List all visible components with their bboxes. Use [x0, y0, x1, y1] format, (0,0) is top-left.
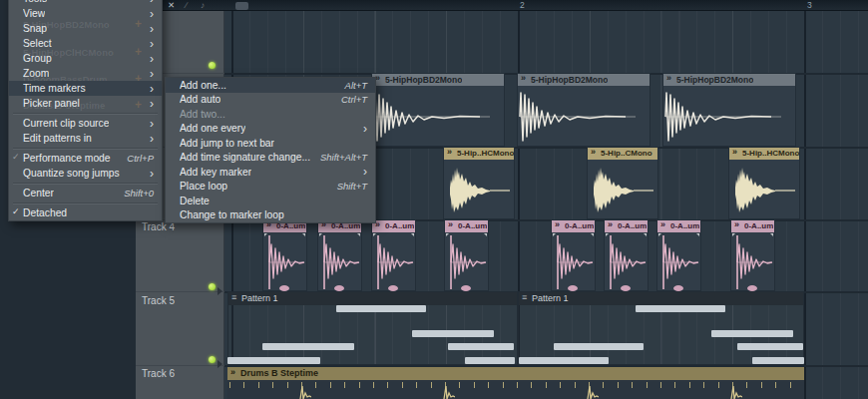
- menu-item-add-jump-to-next-bar[interactable]: Add jump to next bar: [166, 136, 375, 151]
- midi-note[interactable]: [336, 305, 426, 312]
- clip-header[interactable]: »0-A..um: [605, 220, 648, 232]
- menu-item-performance-mode[interactable]: ✓Performance modeCtrl+P: [9, 151, 162, 166]
- audio-clip[interactable]: »0-A..um: [656, 219, 701, 291]
- audio-clip[interactable]: »0-A..um: [317, 219, 362, 291]
- fade-handle-icon[interactable]: [319, 233, 322, 236]
- audio-clip[interactable]: »0-A..um: [444, 219, 489, 291]
- slip-tool-icon[interactable]: ∕: [186, 0, 187, 10]
- fade-handle-icon[interactable]: [373, 233, 376, 236]
- ruler-tab[interactable]: [235, 2, 248, 10]
- audio-clip[interactable]: »0-A..um: [551, 219, 596, 291]
- menu-item-add-key-marker[interactable]: Add key marker›: [166, 165, 375, 180]
- menu-item-add-one-every[interactable]: Add one every›: [166, 122, 375, 137]
- midi-note[interactable]: [465, 357, 515, 364]
- menu-item-delete[interactable]: Delete: [166, 194, 375, 208]
- fade-handle-icon[interactable]: [770, 233, 773, 236]
- track-led[interactable]: [209, 356, 216, 363]
- menu-item-picker-panel[interactable]: Picker panel›: [9, 96, 162, 111]
- midi-note[interactable]: [262, 343, 354, 350]
- clip-header[interactable]: ≡Pattern 1: [228, 292, 517, 305]
- audio-clip-icon: »: [732, 147, 737, 157]
- clip-header[interactable]: »5-Hip..HCMono: [444, 148, 514, 160]
- clip-header[interactable]: »0-A..um: [445, 220, 488, 232]
- fade-handle-icon[interactable]: [696, 233, 699, 236]
- menu-item-time-markers[interactable]: Time markers›: [9, 81, 162, 96]
- clip-header[interactable]: ≡Pattern 1: [519, 292, 803, 305]
- track-led[interactable]: [209, 62, 216, 69]
- menu-item-quantize-song-jumps[interactable]: Quantize song jumps›: [9, 166, 162, 181]
- clip-header[interactable]: »5-HipHopBD2Mono: [372, 74, 504, 86]
- midi-note[interactable]: [752, 357, 804, 364]
- cut-tool-icon[interactable]: ✕: [168, 0, 175, 10]
- menu-item-shortcut: Alt+T: [345, 80, 367, 91]
- fade-handle-icon[interactable]: [484, 233, 487, 236]
- menu-item-current-clip-source[interactable]: Current clip source›: [9, 116, 162, 131]
- track-name-label[interactable]: Track 5: [142, 295, 175, 306]
- track-name-label[interactable]: Track 6: [142, 368, 175, 379]
- track-resize-grip-icon[interactable]: [217, 360, 222, 368]
- menu-item-snap[interactable]: Snap›: [9, 21, 162, 36]
- clip-header[interactable]: »0-A..um: [372, 220, 415, 232]
- fade-handle-icon[interactable]: [658, 233, 661, 236]
- menu-item-place-loop[interactable]: Place loopShift+T: [166, 180, 375, 195]
- menu-item-center[interactable]: CenterShift+0: [9, 186, 162, 200]
- fade-handle-icon[interactable]: [411, 233, 414, 236]
- audition-tool-icon[interactable]: ♪: [201, 0, 205, 10]
- audio-clip[interactable]: »0-A..um: [371, 219, 416, 291]
- menu-item-zoom[interactable]: Zoom›: [9, 66, 162, 81]
- clip-header[interactable]: »5-Hip..HCMono: [729, 148, 799, 160]
- midi-note[interactable]: [448, 343, 514, 350]
- clip-header[interactable]: »5-HipHopBD2Mono: [663, 74, 795, 86]
- fade-handle-icon[interactable]: [302, 233, 305, 236]
- submenu-arrow-icon: ›: [150, 134, 154, 144]
- audio-clip[interactable]: »5-Hip..HCMono: [443, 147, 515, 219]
- fade-handle-icon[interactable]: [644, 233, 647, 236]
- track-resize-grip-icon[interactable]: [217, 287, 222, 295]
- audio-clip[interactable]: »5-Hip..CMono: [587, 147, 658, 219]
- midi-note[interactable]: [519, 357, 609, 364]
- audio-clip[interactable]: »0-A..um: [262, 219, 307, 291]
- drums-clip[interactable]: »Drums B Steptime: [227, 367, 804, 399]
- fade-handle-icon[interactable]: [357, 233, 360, 236]
- fade-handle-icon[interactable]: [591, 233, 594, 236]
- fade-handle-icon[interactable]: [264, 233, 267, 236]
- midi-note[interactable]: [737, 343, 803, 350]
- menu-item-add-auto[interactable]: Add autoCtrl+T: [166, 93, 375, 108]
- midi-note[interactable]: [227, 357, 320, 364]
- audio-clip[interactable]: »5-HipHopBD2Mono: [517, 73, 651, 147]
- menu-item-group[interactable]: Group›: [9, 51, 162, 66]
- menu-item-add-two[interactable]: Add two...: [166, 107, 375, 122]
- midi-note[interactable]: [636, 305, 725, 312]
- audio-clip[interactable]: »5-HipHopBD2Mono: [371, 73, 505, 147]
- menu-item-edit-patterns-in[interactable]: Edit patterns in›: [9, 131, 162, 146]
- midi-note[interactable]: [711, 330, 793, 337]
- pattern-clip[interactable]: ≡Pattern 1: [518, 291, 804, 365]
- track-led[interactable]: [209, 283, 216, 290]
- fade-handle-icon[interactable]: [606, 233, 609, 236]
- menu-item-add-time-signature-change[interactable]: Add time signature change...Shift+Alt+T: [166, 151, 375, 166]
- fade-handle-icon[interactable]: [553, 233, 556, 236]
- menu-item-change-to-marker-loop[interactable]: Change to marker loop: [166, 208, 375, 223]
- bar-number: 2: [520, 0, 525, 10]
- clip-header[interactable]: »0-A..um: [657, 220, 700, 232]
- timeline-ruler[interactable]: 23✕∕♪: [136, 0, 868, 11]
- clip-header[interactable]: »0-A..um: [731, 220, 774, 232]
- menu-item-add-one[interactable]: Add one...Alt+T: [166, 78, 375, 93]
- fade-handle-icon[interactable]: [446, 233, 449, 236]
- clip-header[interactable]: »5-Hip..CMono: [588, 148, 657, 160]
- pattern-clip[interactable]: ≡Pattern 1: [227, 291, 518, 365]
- audio-clip[interactable]: »5-HipHopBD2Mono: [662, 73, 796, 147]
- fade-handle-icon[interactable]: [732, 233, 735, 236]
- menu-item-detached[interactable]: ✓Detached: [9, 205, 162, 220]
- clip-header[interactable]: »Drums B Steptime: [227, 367, 804, 380]
- clip-header[interactable]: »0-A..um: [552, 220, 595, 232]
- audio-clip[interactable]: »5-Hip..HCMono: [728, 147, 800, 219]
- audio-clip[interactable]: »0-A..um: [604, 219, 649, 291]
- midi-note[interactable]: [554, 343, 644, 350]
- menu-item-view[interactable]: View›: [9, 6, 162, 21]
- midi-note[interactable]: [412, 330, 494, 337]
- menu-item-select[interactable]: Select›: [9, 36, 162, 51]
- clip-header[interactable]: »5-HipHopBD2Mono: [518, 74, 650, 86]
- clip-name-label: Pattern 1: [532, 293, 569, 303]
- audio-clip[interactable]: »0-A..um: [730, 219, 775, 291]
